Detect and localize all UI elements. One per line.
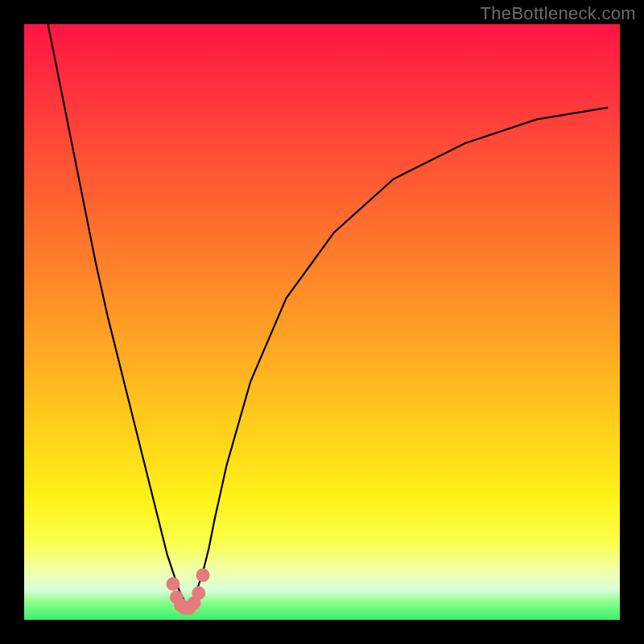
marker-dot bbox=[196, 568, 210, 582]
marker-dot bbox=[167, 577, 180, 591]
bottleneck-curve bbox=[48, 24, 609, 608]
plot-area bbox=[24, 24, 620, 620]
marker-dot bbox=[192, 586, 205, 600]
chart-frame: TheBottleneck.com bbox=[0, 0, 644, 644]
watermark-text: TheBottleneck.com bbox=[481, 3, 636, 24]
highlight-markers bbox=[167, 568, 210, 615]
chart-svg bbox=[24, 24, 620, 620]
